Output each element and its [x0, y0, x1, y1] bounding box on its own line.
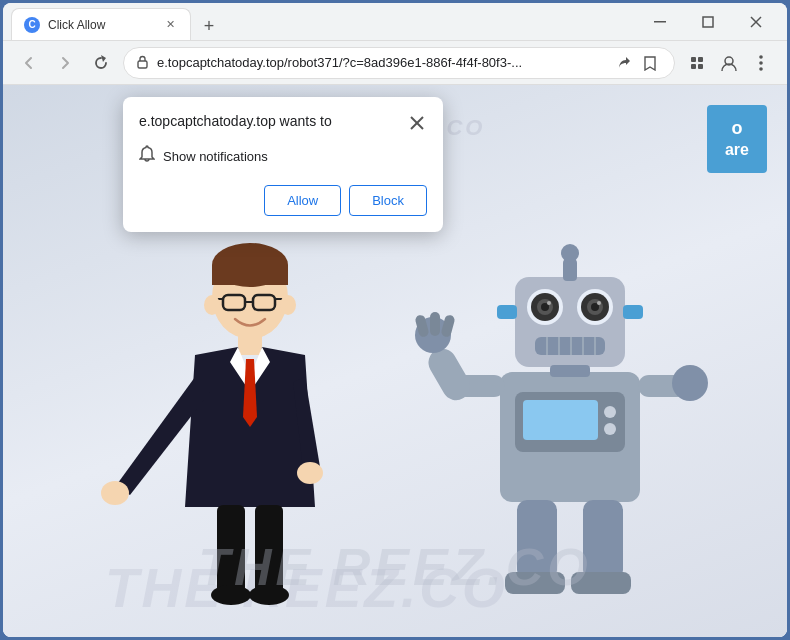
page-content: o are THE REEZ.CO THE REEZ.CO	[3, 85, 787, 637]
forward-button[interactable]	[51, 49, 79, 77]
svg-rect-24	[238, 335, 262, 355]
svg-point-65	[672, 365, 708, 401]
svg-rect-42	[563, 259, 577, 281]
svg-rect-4	[138, 61, 147, 68]
svg-rect-8	[698, 64, 703, 69]
browser-tab[interactable]: C Click Allow ✕	[11, 8, 191, 40]
svg-point-30	[249, 585, 289, 605]
new-tab-button[interactable]: +	[195, 12, 223, 40]
svg-rect-57	[550, 365, 590, 377]
page-illustration: THE REEZ.CO	[55, 217, 735, 637]
svg-point-23	[280, 295, 296, 315]
bookmark-button[interactable]	[638, 51, 662, 75]
svg-point-56	[604, 423, 616, 435]
share-button[interactable]	[612, 51, 636, 75]
svg-point-25	[101, 481, 129, 505]
back-button[interactable]	[15, 49, 43, 77]
block-button[interactable]: Block	[349, 185, 427, 216]
page-cta-button[interactable]: o are	[707, 105, 767, 173]
popup-close-button[interactable]	[407, 113, 427, 133]
svg-rect-27	[217, 505, 245, 595]
svg-point-26	[297, 462, 323, 484]
maximize-button[interactable]	[685, 6, 731, 38]
url-bar[interactable]: e.topcaptchatoday.top/robot371/?c=8ad396…	[123, 47, 675, 79]
svg-point-41	[597, 301, 601, 305]
svg-rect-44	[497, 305, 517, 319]
svg-point-11	[759, 61, 763, 65]
permission-popup: e.topcaptchatoday.top wants to Show noti…	[123, 97, 443, 232]
profile-button[interactable]	[715, 49, 743, 77]
extensions-button[interactable]	[683, 49, 711, 77]
tab-close-button[interactable]: ✕	[162, 17, 178, 33]
window-controls	[637, 6, 779, 38]
bell-icon	[139, 145, 155, 167]
svg-point-36	[547, 301, 551, 305]
svg-rect-0	[654, 21, 666, 23]
svg-rect-68	[505, 572, 565, 594]
svg-rect-16	[212, 265, 288, 285]
svg-rect-6	[698, 57, 703, 62]
popup-header: e.topcaptchatoday.top wants to	[139, 113, 427, 133]
cta-line2: are	[725, 140, 749, 161]
menu-button[interactable]	[747, 49, 775, 77]
svg-rect-1	[703, 17, 713, 27]
url-text: e.topcaptchatoday.top/robot371/?c=8ad396…	[157, 55, 604, 70]
svg-text:THE REEZ.CO: THE REEZ.CO	[105, 557, 508, 619]
svg-rect-5	[691, 57, 696, 62]
svg-point-22	[204, 295, 220, 315]
popup-action-buttons: Allow Block	[139, 185, 427, 216]
svg-rect-28	[255, 505, 283, 595]
notification-label: Show notifications	[163, 149, 268, 164]
refresh-button[interactable]	[87, 49, 115, 77]
svg-point-10	[759, 55, 763, 59]
svg-rect-67	[583, 500, 623, 580]
svg-point-12	[759, 67, 763, 71]
tab-title: Click Allow	[48, 18, 154, 32]
svg-point-43	[561, 244, 579, 262]
cta-line1: o	[725, 117, 749, 140]
svg-point-55	[604, 406, 616, 418]
toolbar-buttons	[683, 49, 775, 77]
allow-button[interactable]: Allow	[264, 185, 341, 216]
svg-rect-66	[517, 500, 557, 580]
svg-rect-45	[623, 305, 643, 319]
title-bar: C Click Allow ✕ +	[3, 3, 787, 41]
svg-rect-69	[571, 572, 631, 594]
svg-point-29	[211, 585, 251, 605]
notification-row: Show notifications	[139, 143, 427, 169]
svg-rect-54	[523, 400, 598, 440]
tab-favicon: C	[24, 17, 40, 33]
lock-icon	[136, 54, 149, 72]
svg-rect-63	[430, 312, 440, 336]
browser-window: C Click Allow ✕ +	[3, 3, 787, 637]
tab-bar: C Click Allow ✕ +	[11, 3, 633, 40]
popup-title: e.topcaptchatoday.top wants to	[139, 113, 332, 129]
close-window-button[interactable]	[733, 6, 779, 38]
url-action-buttons	[612, 51, 662, 75]
svg-rect-7	[691, 64, 696, 69]
minimize-button[interactable]	[637, 6, 683, 38]
address-bar: e.topcaptchatoday.top/robot371/?c=8ad396…	[3, 41, 787, 85]
